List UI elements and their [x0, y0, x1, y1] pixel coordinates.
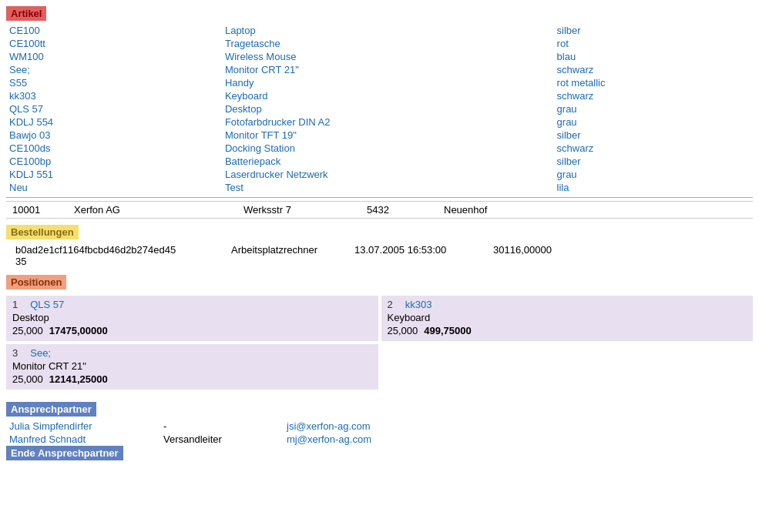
artikel-name: Keyboard — [222, 89, 554, 102]
artikel-row: KDLJ 551 Laserdrucker Netzwerk grau — [6, 168, 753, 181]
bestellungen-header: Bestellungen — [6, 225, 79, 239]
customer-name: Xerfon AG — [68, 203, 237, 216]
position-card: 3 See; Monitor CRT 21" 25,000 12141,2500… — [6, 344, 378, 390]
artikel-code: QLS 57 — [6, 102, 222, 115]
artikel-code: Bawjo 03 — [6, 129, 222, 142]
divider-1 — [6, 197, 753, 198]
artikel-row: S55 Handy rot metallic — [6, 76, 753, 89]
pos-qty: 25,000 — [12, 373, 43, 385]
artikel-row: CE100ds Docking Station schwarz — [6, 142, 753, 155]
artikel-color: grau — [554, 168, 753, 181]
pos-header-row: 1 QLS 57 — [12, 299, 372, 310]
artikel-color: schwarz — [554, 89, 753, 102]
artikel-name: Wireless Mouse — [222, 50, 554, 63]
artikel-row: Neu Test lila — [6, 181, 753, 194]
artikel-code: CE100ds — [6, 142, 222, 155]
pos-desc: Desktop — [12, 312, 49, 323]
artikel-name: Tragetasche — [222, 37, 554, 50]
pos-total: 12141,25000 — [49, 373, 108, 385]
artikel-color: grau — [554, 115, 753, 129]
artikel-name: Desktop — [222, 102, 554, 115]
pos-desc: Keyboard — [388, 312, 431, 323]
ansp-name: Manfred Schnadt — [9, 433, 163, 445]
ansp-role: Versandleiter — [163, 433, 287, 445]
artikel-name: Monitor TFT 19" — [222, 129, 554, 142]
pos-qty: 25,000 — [12, 325, 43, 336]
artikel-table: CE100 Laptop silber CE100tt Tragetasche … — [6, 24, 753, 194]
positionen-section: Positionen 1 QLS 57 Desktop 25,000 17475… — [6, 275, 753, 390]
position-card: 1 QLS 57 Desktop 25,000 17475,00000 — [6, 296, 378, 341]
artikel-code: CE100 — [6, 24, 222, 37]
pos-total: 499,75000 — [424, 325, 471, 336]
pos-code: See; — [30, 347, 51, 359]
artikel-code: CE100tt — [6, 37, 222, 50]
pos-total: 17475,00000 — [49, 325, 108, 336]
pos-num: 3 — [12, 347, 18, 359]
artikel-section: Artikel CE100 Laptop silber CE100tt Trag… — [6, 6, 753, 194]
ansprechpartner-row: Julia Simpfendirfer - jsi@xerfon-ag.com — [6, 420, 753, 433]
artikel-color: rot — [554, 37, 753, 50]
artikel-row: Bawjo 03 Monitor TFT 19" silber — [6, 129, 753, 142]
artikel-color: schwarz — [554, 63, 753, 76]
pos-desc-row: Monitor CRT 21" — [12, 360, 372, 372]
artikel-row: See; Monitor CRT 21" schwarz — [6, 63, 753, 76]
artikel-row: QLS 57 Desktop grau — [6, 102, 753, 115]
pos-qty: 25,000 — [388, 325, 418, 336]
pos-code: kk303 — [405, 299, 432, 310]
customer-zip: 5432 — [361, 203, 438, 216]
artikel-color: schwarz — [554, 142, 753, 155]
artikel-code: CE100bp — [6, 155, 222, 168]
ansp-email: jsi@xerfon-ag.com — [287, 420, 371, 432]
customer-row: 10001 Xerfon AG Werksstr 7 5432 Neuenhof — [6, 201, 753, 219]
pos-qty-total-row: 25,000 17475,00000 — [12, 325, 372, 336]
ansp-email: mj@xerfon-ag.com — [287, 433, 371, 445]
ansprechpartner-row: Manfred Schnadt Versandleiter mj@xerfon-… — [6, 433, 753, 446]
pos-num: 2 — [388, 299, 393, 310]
artikel-color: grau — [554, 102, 753, 115]
bestellung-date: 13.07.2005 16:53:00 — [348, 244, 487, 267]
pos-desc-row: Keyboard — [388, 312, 747, 323]
artikel-code: WM100 — [6, 50, 222, 63]
artikel-color: silber — [554, 155, 753, 168]
pos-header-row: 3 See; — [12, 347, 372, 359]
ansprechpartner-header: Ansprechpartner — [6, 402, 96, 417]
artikel-color: silber — [554, 24, 753, 37]
artikel-name: Test — [222, 181, 554, 194]
artikel-name: Laserdrucker Netzwerk — [222, 168, 554, 181]
ansp-name: Julia Simpfendirfer — [9, 420, 163, 432]
bestellungen-section: Bestellungen b0ad2e1cf1164fbcbd46d2b274e… — [6, 225, 753, 269]
ende-ansprechpartner-header: Ende Ansprechpartner — [6, 446, 123, 460]
ansp-role: - — [163, 420, 287, 432]
artikel-name: Fotofarbdrucker DIN A2 — [222, 115, 554, 129]
bestellung-amount: 30116,00000 — [487, 244, 558, 267]
customer-street: Werksstr 7 — [237, 203, 361, 216]
artikel-code: KDLJ 551 — [6, 168, 222, 181]
ansprechpartner-section: Ansprechpartner Julia Simpfendirfer - js… — [6, 402, 753, 460]
artikel-name: Laptop — [222, 24, 554, 37]
artikel-code: KDLJ 554 — [6, 115, 222, 129]
artikel-color: blau — [554, 50, 753, 63]
artikel-row: kk303 Keyboard schwarz — [6, 89, 753, 102]
artikel-code: Neu — [6, 181, 222, 194]
artikel-color: rot metallic — [554, 76, 753, 89]
artikel-row: CE100 Laptop silber — [6, 24, 753, 37]
customer-city: Neuenhof — [438, 203, 493, 216]
artikel-code: kk303 — [6, 89, 222, 102]
artikel-row: CE100bp Batteriepack silber — [6, 155, 753, 168]
artikel-row: KDLJ 554 Fotofarbdrucker DIN A2 grau — [6, 115, 753, 129]
pos-code: QLS 57 — [30, 299, 64, 310]
position-card-empty — [381, 344, 754, 390]
bestellung-id: b0ad2e1cf1164fbcbd46d2b274ed4535 — [9, 244, 225, 267]
artikel-name: Batteriepack — [222, 155, 554, 168]
bestellung-type: Arbeitsplatzrechner — [225, 244, 348, 267]
artikel-name: Handy — [222, 76, 554, 89]
pos-qty-total-row: 25,000 12141,25000 — [12, 373, 372, 385]
artikel-name: Monitor CRT 21" — [222, 63, 554, 76]
artikel-code: See; — [6, 63, 222, 76]
artikel-row: CE100tt Tragetasche rot — [6, 37, 753, 50]
artikel-header: Artikel — [6, 6, 46, 21]
pos-header-row: 2 kk303 — [388, 299, 747, 310]
positionen-header: Positionen — [6, 275, 66, 289]
artikel-color: silber — [554, 129, 753, 142]
pos-num: 1 — [12, 299, 18, 310]
